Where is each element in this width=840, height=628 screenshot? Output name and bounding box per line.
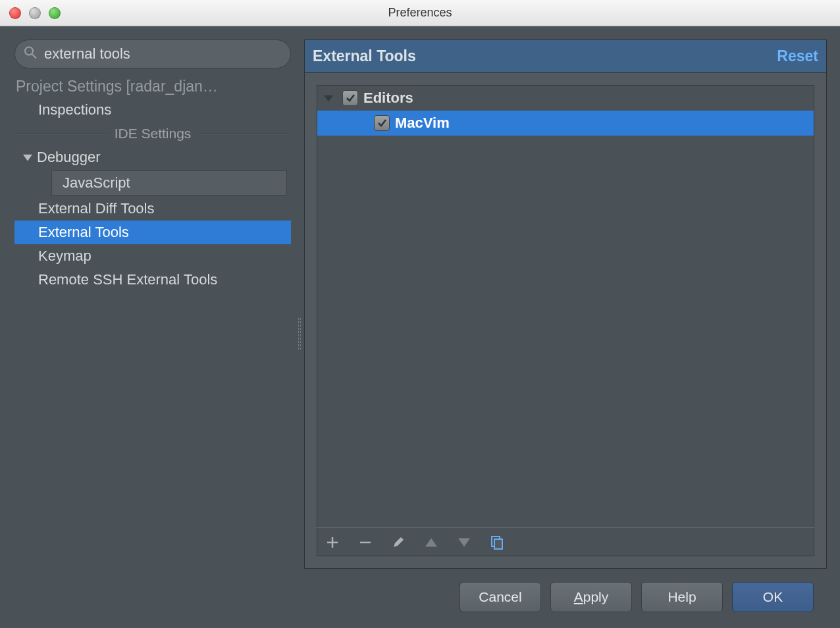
chevron-down-icon[interactable] bbox=[18, 153, 37, 162]
move-down-icon[interactable] bbox=[456, 535, 472, 550]
project-settings-heading: Project Settings [radar_djan… bbox=[14, 75, 291, 98]
titlebar: Preferences bbox=[0, 0, 840, 26]
add-icon[interactable] bbox=[325, 535, 340, 550]
minimize-window-button[interactable] bbox=[29, 7, 41, 19]
tool-group-editors[interactable]: Editors bbox=[317, 86, 814, 111]
cancel-button[interactable]: Cancel bbox=[459, 582, 541, 612]
close-window-button[interactable] bbox=[9, 7, 21, 19]
ok-button[interactable]: OK bbox=[732, 582, 814, 612]
sidebar-item-remote-ssh-external-tools[interactable]: Remote SSH External Tools bbox=[14, 268, 291, 292]
copy-icon[interactable] bbox=[489, 535, 505, 550]
reset-link[interactable]: Reset bbox=[777, 47, 818, 65]
panel-header: External Tools Reset bbox=[304, 39, 827, 72]
move-up-icon[interactable] bbox=[423, 535, 439, 550]
sidebar-item-javascript[interactable]: JavaScript bbox=[51, 170, 287, 196]
sidebar-item-external-diff-tools[interactable]: External Diff Tools bbox=[14, 197, 291, 221]
sidebar-item-keymap[interactable]: Keymap bbox=[14, 244, 291, 268]
remove-icon[interactable] bbox=[357, 535, 373, 550]
chevron-down-icon[interactable] bbox=[324, 90, 337, 107]
tool-item-macvim[interactable]: MacVim bbox=[317, 111, 814, 136]
svg-rect-6 bbox=[494, 539, 502, 549]
window-controls bbox=[0, 7, 61, 19]
tool-checkbox[interactable] bbox=[374, 115, 390, 131]
group-checkbox[interactable] bbox=[342, 90, 358, 106]
dialog-buttons: Cancel Apply Help OK bbox=[304, 569, 827, 628]
edit-icon[interactable] bbox=[390, 535, 406, 550]
panel-title: External Tools bbox=[313, 47, 416, 65]
splitter[interactable] bbox=[296, 39, 303, 628]
zoom-window-button[interactable] bbox=[49, 7, 61, 19]
sidebar-item-external-tools[interactable]: External Tools bbox=[14, 221, 291, 244]
sidebar-item-debugger[interactable]: Debugger bbox=[14, 145, 291, 169]
sidebar: Project Settings [radar_djan… Inspection… bbox=[0, 39, 296, 628]
tool-group-label: Editors bbox=[363, 90, 413, 107]
tool-item-label: MacVim bbox=[395, 115, 450, 132]
help-button[interactable]: Help bbox=[641, 582, 723, 612]
panel-body: Editors MacVim bbox=[304, 72, 827, 569]
search-input[interactable] bbox=[14, 39, 291, 68]
ide-settings-divider: IDE Settings bbox=[14, 126, 291, 142]
sidebar-item-inspections[interactable]: Inspections bbox=[14, 98, 291, 122]
apply-button[interactable]: Apply bbox=[550, 582, 632, 612]
tools-tree: Editors MacVim bbox=[317, 85, 814, 556]
window-title: Preferences bbox=[388, 6, 452, 20]
tools-toolbar bbox=[317, 527, 814, 556]
